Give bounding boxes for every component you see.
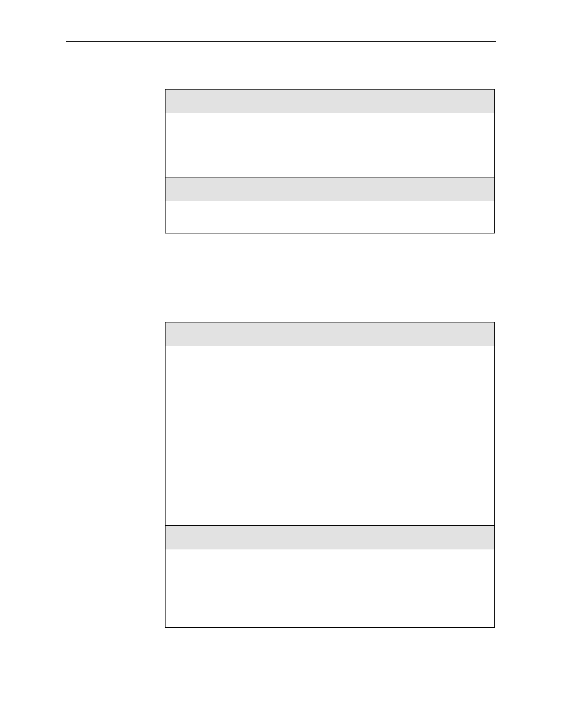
spacer: [66, 42, 496, 89]
info-box-1-header: [166, 90, 494, 113]
info-box-3: [165, 322, 495, 526]
info-box-4-body: [166, 549, 494, 627]
content-area: [66, 41, 496, 628]
info-box-3-body: [166, 346, 494, 525]
info-box-1-body: [166, 113, 494, 177]
info-box-2-body: [166, 201, 494, 233]
info-box-1: [165, 89, 495, 177]
info-box-4-header: [166, 526, 494, 549]
info-box-2: [165, 177, 495, 233]
box-group-1: [165, 89, 496, 233]
page: [0, 0, 562, 728]
spacer: [66, 233, 496, 322]
info-box-3-header: [166, 322, 494, 346]
box-group-2: [165, 322, 496, 628]
info-box-4: [165, 526, 495, 628]
info-box-2-header: [166, 177, 494, 201]
